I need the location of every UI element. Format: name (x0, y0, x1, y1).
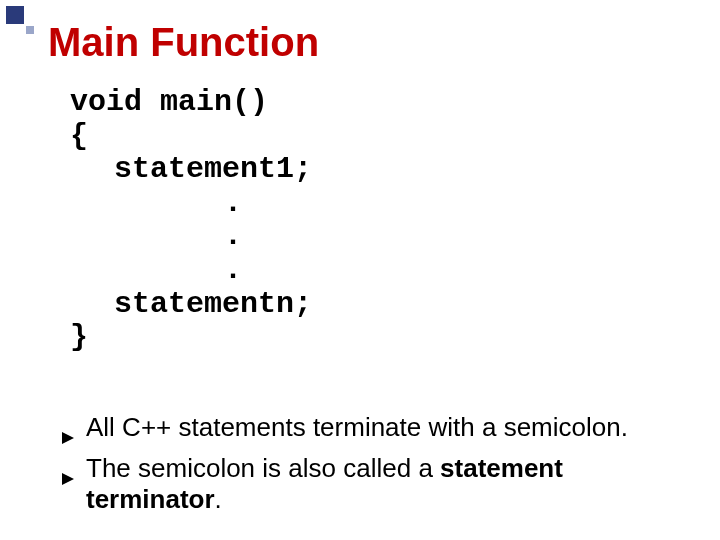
slide-corner-decoration (6, 6, 40, 40)
text-span: . (215, 484, 222, 514)
slide-title: Main Function (48, 20, 319, 65)
triangle-bullet-icon (62, 420, 76, 451)
code-line: } (70, 321, 312, 355)
bullet-text: The semicolon is also called a statement… (86, 453, 680, 515)
list-item: All C++ statements terminate with a semi… (62, 412, 680, 451)
code-line: statement1; (70, 153, 312, 187)
bullet-text: All C++ statements terminate with a semi… (86, 412, 680, 443)
corner-square-large (6, 6, 24, 24)
corner-square-small (26, 26, 34, 34)
list-item: The semicolon is also called a statement… (62, 453, 680, 515)
code-line: statementn; (70, 288, 312, 322)
code-line: . (70, 187, 312, 221)
text-span: The semicolon is also called a (86, 453, 440, 483)
bullet-list: All C++ statements terminate with a semi… (62, 412, 680, 518)
code-block: void main() { statement1; . . . statemen… (70, 86, 312, 355)
code-line: { (70, 120, 312, 154)
code-line: . (70, 220, 312, 254)
triangle-bullet-icon (62, 461, 76, 492)
svg-marker-0 (62, 432, 74, 444)
code-line: . (70, 254, 312, 288)
svg-marker-1 (62, 473, 74, 485)
code-line: void main() (70, 86, 312, 120)
